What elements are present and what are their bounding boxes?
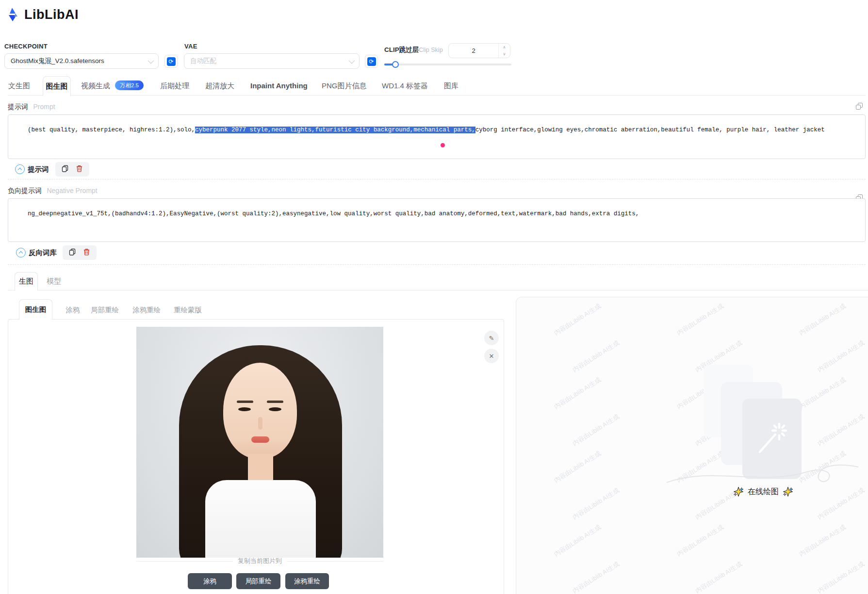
tabbar-divider xyxy=(8,95,866,96)
stepper-up-icon[interactable]: ∧ xyxy=(499,44,510,51)
watermark-text: 内容由Liblib AI生成 xyxy=(798,375,848,411)
logo-triangle-icon xyxy=(5,7,20,22)
remove-image-button[interactable]: ✕ xyxy=(484,349,499,363)
trash-icon[interactable] xyxy=(83,248,90,257)
watermark-text: 内容由Liblib AI生成 xyxy=(571,412,621,448)
watermark-text: 内容由Liblib AI生成 xyxy=(816,338,866,374)
panel-tabbar-divider xyxy=(8,290,868,290)
watermark-text: 内容由Liblib AI生成 xyxy=(553,302,603,337)
prompt-collapse-toggle[interactable]: 提示词 xyxy=(15,164,49,174)
tab-inpaint-anything[interactable]: Inpaint Anything xyxy=(250,81,308,90)
refresh-icon: ⟳ xyxy=(367,57,376,66)
clip-skip-value: 2 xyxy=(449,44,498,58)
watermark-text: 内容由Liblib AI生成 xyxy=(816,412,866,448)
portrait-face xyxy=(223,363,297,459)
online-canvas-panel[interactable]: 内容由Liblib AI生成 内容由Liblib AI生成 内容由Liblib … xyxy=(516,297,868,594)
chevron-down-icon xyxy=(148,57,154,64)
prompt-label: 提示词 Prompt xyxy=(8,102,55,112)
chevron-down-icon xyxy=(349,57,355,64)
trash-icon[interactable] xyxy=(76,165,83,174)
negative-prompt-textarea[interactable]: ng_deepnegative_v1_75t,(badhandv4:1.2),E… xyxy=(8,198,866,242)
source-image xyxy=(136,327,383,558)
watermark-text: 内容由Liblib AI生成 xyxy=(571,338,621,374)
inner-tab-inpaint-sketch[interactable]: 涂鸦重绘 xyxy=(132,305,161,315)
prompt-actions xyxy=(55,162,89,177)
copy-icon[interactable] xyxy=(69,248,76,257)
cursor-dot xyxy=(441,143,445,147)
checkpoint-label: CHECKPOINT xyxy=(4,43,48,50)
watermark-text: 内容由Liblib AI生成 xyxy=(675,302,725,337)
clip-skip-label: CLIP跳过层Clip Skip xyxy=(384,45,443,54)
vae-placeholder: 自动匹配 xyxy=(190,57,349,65)
edit-image-button[interactable]: ✎ xyxy=(484,331,499,345)
watermark-text: 内容由Liblib AI生成 xyxy=(553,375,603,411)
prompt-textarea[interactable]: (best quality, masterpiece, highres:1.2)… xyxy=(8,114,866,159)
chevron-up-circle-icon xyxy=(15,164,25,174)
refresh-icon: ⟳ xyxy=(167,57,176,66)
tab-postprocess[interactable]: 后期处理 xyxy=(160,81,189,91)
checkpoint-refresh-button[interactable]: ⟳ xyxy=(164,55,178,68)
watermark-text: 内容由Liblib AI生成 xyxy=(816,486,866,522)
checkpoint-value: GhostMix鬼混_V2.0.safetensors xyxy=(11,57,148,65)
close-icon: ✕ xyxy=(489,353,494,360)
prompt-text-selected: cyberpunk 2077 style,neon lights,futuris… xyxy=(195,127,475,133)
copy-to-inpaint-button[interactable]: 局部重绘 xyxy=(236,573,280,589)
wanxiang-badge: 万相2.5 xyxy=(115,80,144,90)
tab-upscale[interactable]: 超清放大 xyxy=(205,81,234,91)
sparkles-icon xyxy=(733,486,744,497)
sparkles-icon xyxy=(783,486,793,497)
watermark-text: 内容由Liblib AI生成 xyxy=(571,486,621,522)
prompt-library-icon[interactable] xyxy=(856,103,864,111)
vae-label: VAE xyxy=(184,43,197,50)
negative-prompt-text: ng_deepnegative_v1_75t,(badhandv4:1.2),E… xyxy=(28,210,639,217)
vae-refresh-button[interactable]: ⟳ xyxy=(365,55,378,68)
inner-tab-inpaint[interactable]: 局部重绘 xyxy=(91,305,119,315)
negative-actions xyxy=(63,245,97,260)
prompt-text-pre: (best quality, masterpiece, highres:1.2)… xyxy=(28,127,195,133)
liblibai-app: LibLibAI CHECKPOINT GhostMix鬼混_V2.0.safe… xyxy=(0,0,868,594)
watermark-text: 内容由Liblib AI生成 xyxy=(553,449,603,485)
copy-to-inpaint-sketch-button[interactable]: 涂鸦重绘 xyxy=(285,573,329,589)
online-drawing-cta[interactable]: 在线绘图 xyxy=(733,486,793,497)
section-divider xyxy=(8,179,866,179)
stepper-down-icon[interactable]: ∨ xyxy=(499,51,510,58)
watermark-text: 内容由Liblib AI生成 xyxy=(798,523,848,559)
chevron-up-circle-icon xyxy=(16,248,26,257)
vae-select[interactable]: 自动匹配 xyxy=(184,53,360,69)
inner-tab-inpaint-mask[interactable]: 重绘蒙版 xyxy=(174,305,202,315)
logo[interactable]: LibLibAI xyxy=(5,7,79,22)
logo-text: LibLibAI xyxy=(24,7,79,22)
watermark-text: 内容由Liblib AI生成 xyxy=(553,523,603,559)
clip-skip-input[interactable]: 2 ∧ ∨ xyxy=(448,43,510,58)
prompt-text-post: cyborg interface,glowing eyes,chromatic … xyxy=(475,127,825,133)
clip-skip-slider[interactable] xyxy=(384,64,511,65)
watermark-text: 内容由Liblib AI生成 xyxy=(675,523,725,559)
checkpoint-select[interactable]: GhostMix鬼混_V2.0.safetensors xyxy=(4,53,159,69)
tab-txt2img[interactable]: 文生图 xyxy=(8,81,30,91)
slider-handle[interactable] xyxy=(392,61,399,68)
tab-generate[interactable]: 生图 xyxy=(15,272,38,290)
watermark-text: 内容由Liblib AI生成 xyxy=(693,560,743,594)
tab-wd14-tagger[interactable]: WD1.4 标签器 xyxy=(382,81,428,91)
copy-to-label: 复制当前图片到 xyxy=(238,557,282,565)
decorative-curve xyxy=(662,452,866,491)
copy-to-divider: 复制当前图片到 xyxy=(136,557,383,565)
inner-tab-sketch[interactable]: 涂鸦 xyxy=(66,305,80,315)
tab-video-gen[interactable]: 视频生成 xyxy=(81,81,110,91)
tab-img2img[interactable]: 图生图 xyxy=(43,76,71,96)
tab-gallery[interactable]: 图库 xyxy=(444,81,459,91)
watermark-text: 内容由Liblib AI生成 xyxy=(571,560,621,594)
section-divider xyxy=(8,264,866,265)
watermark-text: 内容由Liblib AI生成 xyxy=(816,560,866,594)
portrait-shirt xyxy=(205,480,316,558)
watermark-grid: 内容由Liblib AI生成 内容由Liblib AI生成 内容由Liblib … xyxy=(516,297,868,594)
watermark-text: 内容由Liblib AI生成 xyxy=(798,302,848,337)
copy-to-sketch-button[interactable]: 涂鸦 xyxy=(188,573,232,589)
tab-png-info[interactable]: PNG图片信息 xyxy=(322,81,367,91)
negative-prompt-label: 负向提示词 Negative Prompt xyxy=(8,186,98,195)
pencil-icon: ✎ xyxy=(489,335,494,342)
copy-icon[interactable] xyxy=(62,165,69,174)
inner-tab-img2img[interactable]: 图生图 xyxy=(19,299,52,320)
tab-model[interactable]: 模型 xyxy=(47,277,61,286)
negative-collapse-toggle[interactable]: 反向词库 xyxy=(16,248,57,257)
